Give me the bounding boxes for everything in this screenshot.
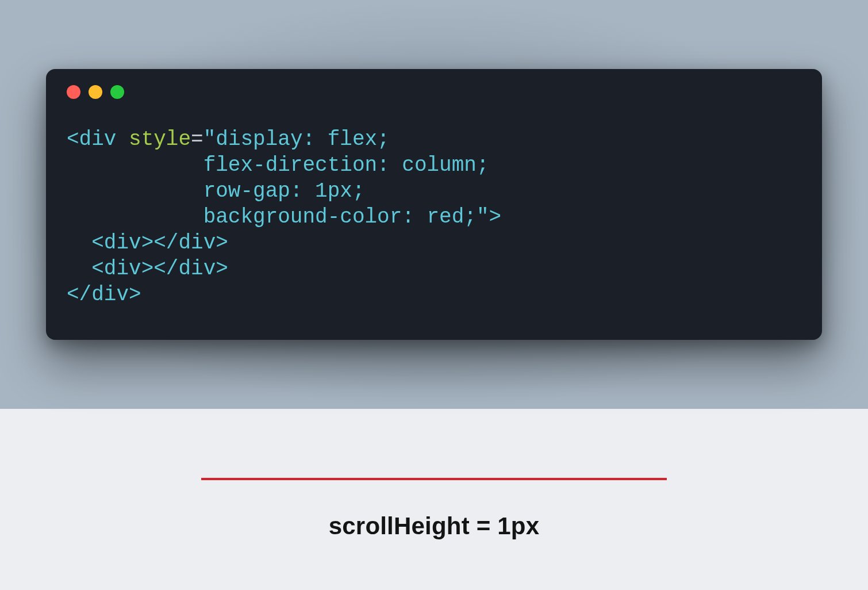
code-token: > — [216, 257, 228, 281]
code-token: div — [178, 231, 216, 255]
caption-text: scrollHeight = 1px — [0, 512, 868, 540]
code-token — [116, 128, 129, 151]
code-token: style — [129, 128, 191, 151]
code-token: background-color: red;" — [203, 205, 489, 229]
code-token: div — [104, 257, 141, 281]
code-token: > — [216, 231, 228, 255]
minimize-icon — [89, 85, 102, 99]
zoom-icon — [110, 85, 124, 99]
code-token: "display: flex; — [203, 128, 390, 151]
code-token: > — [141, 231, 154, 255]
window-traffic-lights — [67, 85, 801, 99]
code-token: div — [79, 128, 117, 151]
result-panel: scrollHeight = 1px — [0, 409, 868, 590]
code-token: < — [91, 231, 104, 255]
code-token: div — [104, 231, 141, 255]
code-token: < — [91, 257, 104, 281]
code-token: > — [129, 283, 141, 307]
code-showcase-panel: <div style="display: flex; flex-directio… — [0, 0, 868, 409]
rendered-output-line — [201, 478, 667, 480]
code-token: </ — [67, 283, 91, 307]
code-token: < — [67, 128, 79, 151]
code-token: div — [178, 257, 216, 281]
code-token: flex-direction: column; — [203, 154, 489, 177]
code-token: </ — [153, 257, 178, 281]
code-token: </ — [153, 231, 178, 255]
code-block: <div style="display: flex; flex-directio… — [67, 127, 801, 308]
close-icon — [67, 85, 80, 99]
code-token: row-gap: 1px; — [203, 179, 365, 203]
code-token: = — [191, 128, 203, 151]
code-window: <div style="display: flex; flex-directio… — [46, 69, 822, 340]
code-token: > — [489, 205, 502, 229]
code-token: div — [91, 283, 129, 307]
code-token: > — [141, 257, 154, 281]
